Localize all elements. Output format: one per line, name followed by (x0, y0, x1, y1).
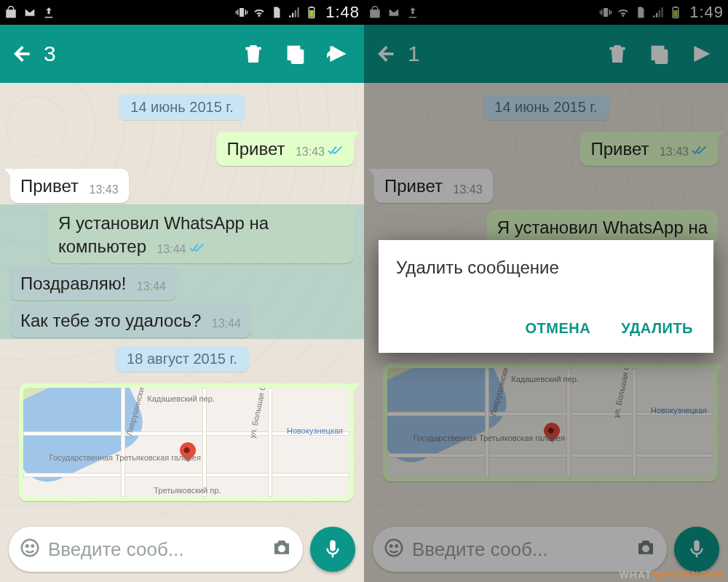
status-bar: 1:48 (0, 0, 364, 25)
camera-icon[interactable] (271, 537, 293, 562)
back-button[interactable] (7, 39, 36, 68)
message-time: 13:43 (453, 183, 482, 198)
message-text: Привет (384, 176, 443, 196)
message-text: Поздравляю! (20, 274, 126, 293)
map-label: Кадашевский пер. (147, 394, 215, 403)
svg-rect-8 (675, 7, 677, 8)
message-out-selected[interactable]: Я установил WhatsApp на компьютер 13:44 (48, 206, 354, 263)
cancel-button[interactable]: ОТМЕНА (522, 314, 593, 343)
gmail-icon (387, 6, 400, 19)
input-placeholder: Введите сооб... (412, 538, 628, 561)
message-in-selected[interactable]: Как тебе это удалось? 13:44 (10, 303, 251, 338)
message-out[interactable]: Привет 13:43 (216, 132, 354, 166)
voice-record-button[interactable] (310, 527, 355, 572)
map-label: Новокузнецкая (651, 406, 707, 415)
status-bar: 1:49 (364, 0, 728, 25)
message-in[interactable]: Привет 13:43 (374, 169, 493, 203)
status-clock: 1:49 (689, 3, 724, 22)
delete-dialog: Удалить сообщение ОТМЕНА УДАЛИТЬ (379, 240, 713, 353)
date-divider: 14 июнь 2015 г. (483, 95, 609, 120)
voice-record-button[interactable] (674, 527, 719, 572)
watermark: WHATMESSENGER (620, 569, 724, 581)
svg-point-13 (396, 545, 398, 547)
location-message[interactable]: Лаврушинский пер. Кадашевский пер. ул. Б… (19, 383, 354, 501)
message-text: Привет (20, 176, 79, 196)
emoji-icon[interactable] (383, 537, 405, 562)
input-placeholder: Введите сооб... (48, 538, 264, 561)
message-text: Привет (590, 139, 649, 159)
copy-button[interactable] (645, 39, 674, 68)
message-time: 13:44 (157, 242, 186, 258)
dialog-title: Удалить сообщение (396, 258, 696, 278)
battery-icon (305, 6, 318, 19)
date-divider: 18 август 2015 г. (115, 346, 249, 372)
upload-icon (42, 6, 55, 19)
signal-icon (652, 6, 665, 19)
message-time: 13:44 (212, 316, 241, 332)
message-time: 13:44 (137, 279, 166, 295)
chat-area[interactable]: 14 июнь 2015 г. Привет 13:43 Привет 13:4… (0, 83, 364, 519)
sim-icon (634, 6, 647, 19)
phone-right: 1:49 1 14 июнь 2015 г. Привет 13:43 Прив… (364, 0, 728, 582)
confirm-delete-button[interactable]: УДАЛИТЬ (618, 314, 696, 343)
upload-icon (406, 6, 419, 19)
map-thumbnail[interactable]: Лаврушинский пер. Кадашевский пер. ул. Б… (387, 368, 713, 477)
selection-count: 3 (44, 41, 234, 66)
svg-rect-1 (311, 7, 313, 8)
message-input[interactable]: Введите сооб... (9, 527, 303, 572)
back-button[interactable] (371, 39, 400, 68)
map-label: Новокузнецкая (287, 426, 343, 435)
signal-icon (288, 6, 301, 19)
svg-rect-2 (310, 10, 314, 17)
wifi-icon (253, 6, 266, 19)
delete-button[interactable] (239, 39, 268, 68)
location-message[interactable]: Лаврушинский пер. Кадашевский пер. ул. Б… (383, 364, 718, 482)
camera-icon[interactable] (635, 537, 657, 562)
copy-button[interactable] (281, 39, 310, 68)
shopping-bag-icon (368, 6, 381, 19)
map-label: Кадашевский пер. (511, 375, 579, 383)
message-time: 13:43 (89, 183, 118, 198)
svg-point-12 (390, 545, 392, 547)
message-in[interactable]: Привет 13:43 (10, 169, 129, 203)
svg-point-5 (26, 545, 28, 547)
map-thumbnail[interactable]: Лаврушинский пер. Кадашевский пер. ул. Б… (23, 388, 349, 497)
message-text: Я установил WhatsApp на (497, 218, 708, 237)
vibrate-icon (235, 6, 248, 19)
svg-point-11 (386, 540, 403, 557)
message-out[interactable]: Привет 13:43 (580, 132, 718, 166)
map-label: Государственная Третьяковская галерея (414, 434, 565, 442)
message-text: Привет (226, 139, 285, 159)
delete-button[interactable] (603, 39, 632, 68)
read-ticks-icon (189, 242, 205, 258)
message-time: 13:43 (296, 145, 325, 160)
shopping-bag-icon (4, 6, 17, 19)
emoji-icon[interactable] (19, 537, 41, 562)
action-bar: 1 (364, 25, 728, 83)
message-in-selected[interactable]: Поздравляю! 13:44 (10, 266, 176, 300)
phone-left: 1:48 3 14 июнь 2015 г. Привет 13:43 Прив… (0, 0, 364, 582)
forward-button[interactable] (323, 39, 352, 68)
vibrate-icon (599, 6, 612, 19)
wifi-icon (617, 6, 630, 19)
battery-icon (669, 6, 682, 19)
message-input[interactable]: Введите сооб... (373, 527, 667, 572)
date-divider: 14 июнь 2015 г. (119, 95, 245, 120)
gmail-icon (23, 6, 36, 19)
status-clock: 1:48 (325, 3, 360, 22)
input-bar: Введите сооб... (0, 519, 364, 582)
message-time: 13:43 (660, 145, 689, 160)
map-label: Третьяковский пр. (154, 486, 221, 495)
svg-point-6 (32, 545, 34, 547)
map-label: Государственная Третьяковская галерея (50, 453, 201, 462)
selection-count: 1 (408, 41, 598, 66)
forward-button[interactable] (687, 39, 716, 68)
svg-point-4 (22, 540, 39, 557)
action-bar: 3 (0, 25, 364, 83)
message-text: Как тебе это удалось? (20, 311, 201, 330)
svg-rect-9 (674, 10, 678, 17)
read-ticks-icon (692, 145, 708, 160)
sim-icon (270, 6, 283, 19)
read-ticks-icon (328, 145, 344, 160)
